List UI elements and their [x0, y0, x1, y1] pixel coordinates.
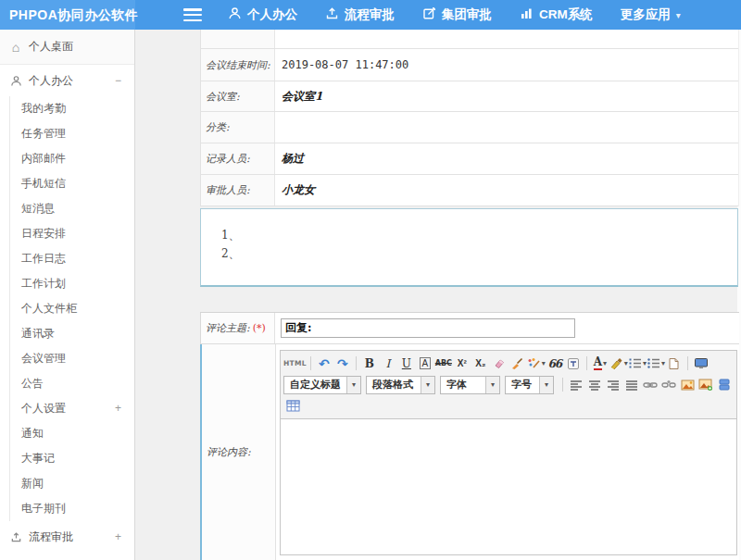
ordered-list-button[interactable]: ▾	[628, 355, 647, 373]
align-center-button[interactable]	[585, 376, 604, 394]
sidebar-item-work-plan[interactable]: 工作计划	[10, 271, 134, 296]
sidebar-item-short-message[interactable]: 短消息	[10, 196, 134, 221]
insert-table-button[interactable]	[283, 397, 302, 416]
table-row-meeting-room: 会议室: 会议室1	[201, 81, 738, 112]
personal-office-submenu: 我的考勤 任务管理 内部邮件 手机短信 短消息 日程安排 工作日志 工作计划 个…	[9, 96, 134, 521]
underline-button[interactable]: U	[397, 355, 416, 373]
paragraph-format-select[interactable]: 段落格式▾	[366, 376, 435, 394]
meeting-notes-box: 1、 2、	[200, 208, 738, 287]
custom-heading-select[interactable]: 自定义标题▾	[283, 376, 361, 394]
home-icon: ⌂	[8, 40, 23, 55]
toolbar-row-3	[283, 395, 734, 417]
expand-icon[interactable]: +	[115, 396, 134, 421]
format-brush-button[interactable]	[509, 355, 527, 373]
redo-button[interactable]: ↷	[333, 355, 352, 373]
undo-button[interactable]: ↶	[315, 355, 333, 373]
font-name-button[interactable]: A	[416, 355, 434, 373]
app-logo[interactable]: PHPOA协同办公软件	[0, 0, 135, 30]
sidebar-item-internal-mail[interactable]: 内部邮件	[10, 146, 134, 171]
caret-down-icon: ▾	[421, 377, 434, 393]
comment-form-table: 评论主题: (*) 评论内容: HTML ↶ ↷	[200, 312, 739, 560]
sidebar-item-news[interactable]: 新闻	[10, 471, 134, 496]
comment-subject-label: 评论主题:	[206, 321, 250, 335]
table-row-recorder: 记录人员: 杨过	[201, 143, 738, 175]
sidebar-item-meeting-management[interactable]: 会议管理	[10, 346, 134, 371]
bold-button[interactable]: B	[360, 355, 379, 373]
meeting-info-table: 会议结束时间: 2019-08-07 11:47:00 会议室: 会议室1 分类…	[200, 30, 739, 206]
nav-crm-system[interactable]: CRM系统	[520, 6, 593, 23]
sidebar-item-attendance[interactable]: 我的考勤	[10, 96, 134, 121]
user-icon	[8, 75, 23, 87]
font-family-select[interactable]: 字体▾	[440, 376, 500, 394]
eraser-remove-format-button[interactable]	[490, 355, 509, 373]
caret-down-icon: ▾	[676, 10, 681, 20]
collapse-icon[interactable]: −	[115, 74, 125, 87]
blockquote-button[interactable]: 66	[546, 355, 564, 373]
nav-personal-office[interactable]: 个人办公	[228, 6, 297, 23]
sidebar-item-tasks[interactable]: 任务管理	[10, 121, 134, 146]
sidebar-item-notice[interactable]: 通知	[10, 421, 134, 446]
editor-content-area[interactable]	[281, 419, 736, 554]
multi-image-upload-button[interactable]	[697, 376, 715, 394]
align-right-button[interactable]	[604, 376, 622, 394]
person-icon	[228, 6, 247, 23]
expand-icon[interactable]: +	[115, 530, 125, 543]
bar-chart-icon	[520, 6, 539, 23]
paste-as-text-button[interactable]	[564, 355, 583, 373]
comment-subject-input[interactable]	[281, 318, 575, 338]
table-row-end-time: 会议结束时间: 2019-08-07 11:47:00	[201, 49, 738, 81]
editor-toolbar: HTML ↶ ↷ B I U A ABC X² X₂	[281, 351, 736, 419]
toolbar-row-1: HTML ↶ ↷ B I U A ABC X² X₂	[283, 353, 734, 374]
html-source-button[interactable]: HTML	[283, 355, 307, 373]
unordered-list-button[interactable]: ▾	[647, 355, 665, 373]
sidebar: ⌂ 个人桌面 个人办公 − 我的考勤 任务管理 内部邮件 手机短信 短消息 日程…	[0, 30, 135, 560]
new-page-button[interactable]	[665, 355, 684, 373]
sidebar-item-workflow-approval[interactable]: 流程审批 +	[0, 521, 134, 553]
top-navigation: 个人办公 流程审批 集团审批 CRM系统 更多应用 ▾	[228, 6, 709, 23]
align-justify-button[interactable]	[622, 376, 641, 394]
sidebar-item-desktop[interactable]: ⌂ 个人桌面	[0, 30, 134, 65]
menu-toggle-icon[interactable]	[183, 8, 202, 21]
sidebar-item-personal-office[interactable]: 个人办公 −	[0, 65, 134, 96]
workflow-icon	[8, 531, 23, 543]
sidebar-item-e-journal[interactable]: 电子期刊	[10, 496, 134, 521]
app-header: PHPOA协同办公软件 个人办公 流程审批 集团审批 CRM系统 更多应用 ▾	[0, 0, 741, 30]
rich-text-editor: HTML ↶ ↷ B I U A ABC X² X₂	[280, 350, 737, 555]
comment-subject-row: 评论主题: (*)	[200, 313, 739, 344]
font-size-select[interactable]: 字号▾	[505, 376, 554, 394]
sidebar-item-work-log[interactable]: 工作日志	[10, 246, 134, 271]
sidebar-item-contacts[interactable]: 通讯录	[10, 321, 134, 346]
caret-down-icon: ▾	[346, 377, 360, 393]
sidebar-item-file-cabinet[interactable]: 个人文件柜	[10, 296, 134, 321]
sidebar-item-sms[interactable]: 手机短信	[10, 171, 134, 196]
sidebar-item-announcement[interactable]: 公告	[10, 371, 134, 396]
quick-format-button[interactable]: ▾	[527, 355, 546, 373]
note-line: 2、	[221, 244, 737, 263]
sidebar-item-personal-settings[interactable]: 个人设置+	[10, 396, 134, 421]
sidebar-item-memorabilia[interactable]: 大事记	[10, 446, 134, 471]
fullscreen-button[interactable]	[692, 355, 710, 373]
comment-content-label: 评论内容:	[202, 344, 276, 560]
table-row-category: 分类:	[201, 112, 738, 143]
nav-more-apps[interactable]: 更多应用 ▾	[621, 6, 681, 23]
comment-content-row: 评论内容: HTML ↶ ↷ B I U	[200, 344, 739, 560]
nav-workflow-approval[interactable]: 流程审批	[325, 6, 395, 23]
highlight-color-button[interactable]: ▾	[609, 355, 628, 373]
font-color-button[interactable]: A▾	[591, 355, 609, 373]
edit-square-icon	[422, 6, 442, 23]
align-left-button[interactable]	[567, 376, 585, 394]
remove-link-button[interactable]	[659, 376, 678, 394]
required-mark: (*)	[253, 322, 266, 334]
nav-group-approval[interactable]: 集团审批	[422, 6, 492, 23]
sidebar-item-schedule[interactable]: 日程安排	[10, 221, 134, 246]
strikethrough-button[interactable]: ABC	[434, 355, 453, 373]
upload-arrow-icon	[325, 6, 345, 23]
italic-button[interactable]: I	[379, 355, 397, 373]
insert-media-button[interactable]	[715, 376, 734, 394]
table-row-partial	[201, 30, 738, 49]
insert-link-button[interactable]	[641, 376, 659, 394]
insert-image-button[interactable]	[678, 376, 697, 394]
note-line: 1、	[221, 226, 737, 244]
subscript-button[interactable]: X₂	[471, 355, 490, 373]
superscript-button[interactable]: X²	[453, 355, 471, 373]
